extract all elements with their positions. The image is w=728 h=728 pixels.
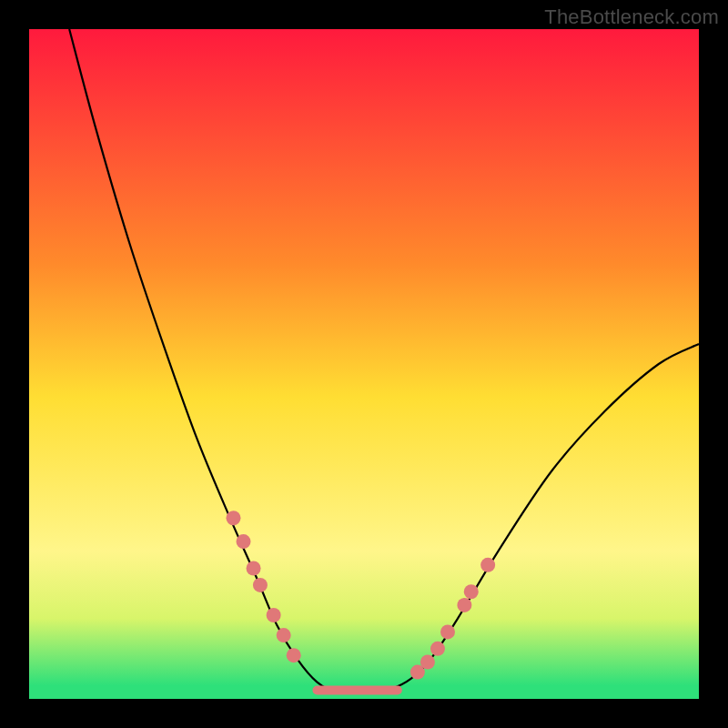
sample-dot xyxy=(226,511,240,525)
sample-dot xyxy=(253,578,268,592)
bottleneck-curve-chart xyxy=(29,29,699,699)
chart-container: TheBottleneck.com xyxy=(0,0,728,728)
sample-dot xyxy=(267,608,281,622)
sample-dot xyxy=(277,628,291,642)
sample-dot xyxy=(287,648,301,662)
sample-dot xyxy=(440,624,455,639)
sample-dot xyxy=(457,598,471,612)
sample-dot xyxy=(237,534,251,549)
sample-dot xyxy=(430,642,445,656)
sample-dot xyxy=(247,561,261,575)
sample-dot xyxy=(420,655,435,670)
sample-dot xyxy=(480,558,495,572)
gradient-background xyxy=(29,29,699,699)
sample-dot xyxy=(464,584,479,599)
plot-area xyxy=(29,29,699,699)
watermark-text: TheBottleneck.com xyxy=(544,5,719,29)
